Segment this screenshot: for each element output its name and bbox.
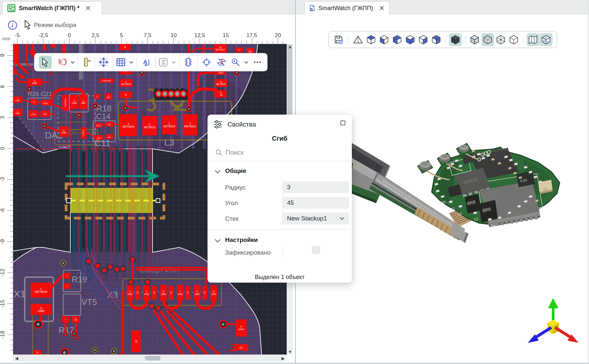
svg-text:BAT: BAT [81, 102, 86, 104]
svg-text:20: 20 [275, 33, 281, 38]
svg-text:GND: GND [61, 132, 66, 134]
svg-text:5: 5 [124, 46, 126, 49]
svg-text:VCC: VCC [74, 319, 78, 321]
svg-text:5: 5 [120, 33, 123, 38]
svg-text:-2,5: -2,5 [38, 33, 48, 38]
svg-text:VDD33: VDD33 [96, 125, 101, 127]
svg-text:11: 11 [220, 81, 222, 83]
svg-text:14: 14 [219, 46, 222, 49]
svg-text:GND: GND [32, 82, 37, 84]
svg-text:NET0032: NET0032 [216, 83, 226, 85]
svg-text:GND: GND [218, 72, 223, 74]
svg-text:GND: GND [248, 51, 252, 53]
svg-text:D4: D4 [491, 223, 496, 228]
svg-text:7: 7 [180, 290, 181, 293]
svg-text:6: 6 [0, 85, 6, 88]
svg-text:LCD: LCD [170, 291, 172, 294]
svg-text:GND: GND [127, 293, 133, 295]
svg-text:5: 5 [163, 290, 164, 293]
svg-text:3 NET0001: 3 NET0001 [65, 98, 66, 107]
svg-text:9: 9 [0, 54, 6, 57]
svg-text:LCD: LCD [204, 291, 206, 294]
svg-text:VT5: VT5 [81, 297, 97, 307]
svg-text:GND: GND [144, 293, 149, 295]
svg-text:NET0024: NET0024 [122, 125, 134, 128]
svg-text:C: C [547, 40, 549, 43]
svg-text:NET0023: NET0023 [164, 125, 175, 128]
svg-text:GND: GND [194, 293, 200, 295]
svg-text:-18: -18 [0, 331, 6, 339]
svg-text:LCD: LCD [137, 291, 138, 294]
svg-text:GND: GND [38, 309, 45, 313]
svg-text:9: 9 [196, 290, 198, 293]
svg-text:NET0023: NET0023 [144, 126, 156, 129]
svg-text:2,5: 2,5 [92, 33, 99, 38]
svg-text:GND: GND [108, 124, 111, 126]
svg-text:R26 C21: R26 C21 [28, 91, 52, 97]
svg-text:4: 4 [63, 129, 65, 132]
svg-text:5 NET0025: 5 NET0025 [102, 80, 111, 82]
svg-text:LCD: LCD [153, 291, 155, 294]
svg-text:NET0015: NET0015 [35, 290, 47, 293]
svg-text:GND: GND [239, 347, 243, 349]
svg-text:L2: L2 [474, 217, 478, 221]
svg-text:VCC33: VCC33 [43, 103, 48, 105]
svg-text:NET0029: NET0029 [121, 83, 131, 85]
svg-text:1: 1 [83, 100, 84, 102]
svg-text:10: 10 [171, 33, 177, 38]
svg-text:4: 4 [34, 80, 35, 82]
svg-text:LCD: LCD [187, 291, 189, 294]
svg-text:-5: -5 [15, 33, 20, 38]
svg-text:5 VDD3: 5 VDD3 [82, 130, 84, 136]
svg-text:VCC33: VCC33 [31, 114, 36, 116]
svg-text:3: 3 [146, 290, 147, 293]
svg-text:0: 0 [0, 147, 6, 150]
svg-text:NET0027: NET0027 [215, 49, 225, 51]
svg-text:GND: GND [178, 293, 183, 295]
svg-text:5: 5 [37, 351, 38, 354]
svg-text:GND: GND [211, 293, 216, 295]
svg-text:17,5: 17,5 [246, 33, 257, 38]
svg-text:9: 9 [125, 93, 126, 96]
svg-text:GND: GND [238, 328, 244, 331]
svg-text:X1: X1 [14, 288, 26, 299]
svg-text:GND: GND [15, 100, 20, 102]
svg-text:C14: C14 [96, 112, 110, 121]
svg-text:i: i [12, 22, 13, 29]
svg-text:-6: -6 [0, 208, 6, 213]
svg-text:GND: GND [161, 293, 166, 295]
svg-text:0: 0 [68, 33, 71, 38]
svg-text:VDD33: VDD33 [97, 137, 101, 139]
svg-text:2: 2 [33, 101, 35, 103]
svg-text:11: 11 [212, 290, 215, 293]
svg-text:2: 2 [238, 49, 240, 51]
svg-text:C11: C11 [448, 206, 455, 212]
svg-text:-3: -3 [0, 177, 6, 182]
svg-text:L3: L3 [164, 137, 174, 147]
svg-text:NET0022: NET0022 [184, 125, 196, 128]
svg-text:-15: -15 [0, 300, 6, 308]
svg-text:12,5: 12,5 [194, 33, 205, 38]
svg-text:B: B [543, 40, 545, 43]
svg-text:-12: -12 [0, 269, 6, 277]
svg-text:-9: -9 [0, 239, 6, 244]
svg-text:A: A [143, 59, 148, 65]
svg-text:12: 12 [135, 340, 138, 343]
svg-text:15: 15 [223, 33, 229, 38]
svg-text:7,5: 7,5 [144, 33, 151, 38]
svg-text:BAT: BAT [107, 96, 110, 98]
svg-text:L3: L3 [457, 212, 462, 216]
svg-text:8: 8 [125, 81, 127, 83]
svg-text:3: 3 [0, 116, 6, 119]
svg-text:GND: GND [108, 136, 111, 138]
svg-text:1: 1 [129, 290, 131, 293]
svg-text:GND: GND [15, 112, 20, 114]
svg-text:GND: GND [43, 113, 47, 115]
